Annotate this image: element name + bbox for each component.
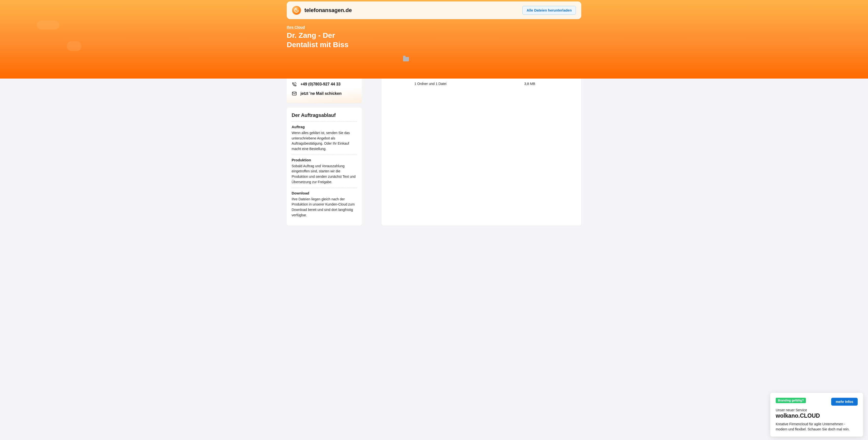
download-all-button[interactable]: Alle Dateien herunterladen [522, 6, 576, 15]
breadcrumb-link[interactable]: Ihre Cloud [287, 25, 305, 29]
promo-title: wolkano.CLOUD [776, 412, 858, 419]
hero-heading: Ihre Cloud Dr. Zang - Der Dentalist mit … [287, 19, 581, 56]
workflow-step-body: Wenn alles geklärt ist, senden Sie das u… [291, 130, 357, 152]
workflow-step-body: Sobald Auftrag und Vorauszahlung eingetr… [291, 164, 357, 185]
promo-tag: Branding gefällig? [776, 398, 806, 403]
workflow-step-heading: Produktion [291, 158, 357, 162]
topbar: telefonansagen.de Alle Dateien herunterl… [287, 1, 581, 19]
workflow-step-heading: Auftrag [291, 125, 357, 129]
brand-logo-icon [292, 6, 301, 15]
workflow-step: Produktion Sobald Auftrag und Vorauszahl… [291, 155, 357, 188]
summary-text: 1 Ordner und 1 Datei [413, 77, 486, 89]
promo-subtitle: Unser neuer Service [776, 408, 858, 412]
phone-number: +49 (0)7803-927 44 33 [301, 82, 340, 86]
workflow-step-heading: Download [291, 191, 357, 195]
brand-name: telefonansagen.de [304, 7, 352, 13]
summary-row: 1 Ordner und 1 Datei 3,8 MB [392, 77, 571, 89]
workflow-step-body: Ihre Dateien liegen gleich nach der Prod… [291, 197, 357, 218]
workflow-card: Der Auftragsablauf Auftrag Wenn alles ge… [287, 108, 362, 226]
promo-description: Kreative Firmencloud für agile Unternehm… [776, 421, 858, 432]
mail-link[interactable]: jetzt 'ne Mail schicken [291, 89, 357, 98]
phone-link[interactable]: +49 (0)7803-927 44 33 [291, 80, 357, 89]
workflow-step: Download Ihre Dateien liegen gleich nach… [291, 188, 357, 221]
page-title: Dr. Zang - Der Dentalist mit Biss [287, 31, 365, 49]
promo-card: Branding gefällig? mehr Infos Unser neue… [770, 393, 863, 437]
more-info-button[interactable]: mehr Infos [831, 398, 858, 406]
workflow-title: Der Auftragsablauf [291, 113, 357, 118]
phone-icon [291, 82, 297, 87]
summary-size: 3,8 MB [512, 77, 537, 89]
workflow-step: Auftrag Wenn alles geklärt ist, senden S… [291, 121, 357, 155]
mail-label: jetzt 'ne Mail schicken [301, 91, 341, 96]
brand: telefonansagen.de [292, 6, 352, 15]
mail-icon [291, 91, 297, 96]
